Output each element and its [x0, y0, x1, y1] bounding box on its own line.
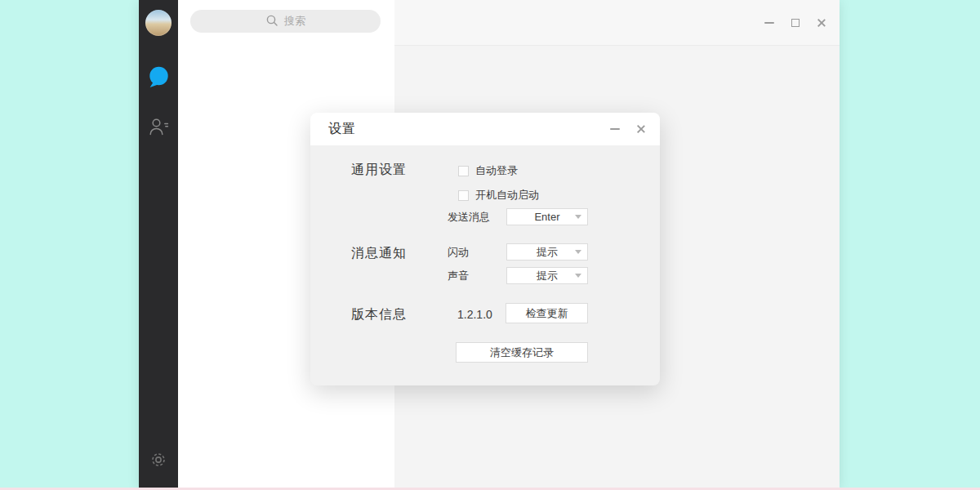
auto-start-checkbox[interactable] — [458, 190, 469, 201]
auto-login-checkbox[interactable] — [458, 166, 469, 176]
version-number: 1.2.1.0 — [457, 308, 492, 321]
minimize-icon — [764, 22, 774, 24]
auto-login-label: 自动登录 — [475, 163, 518, 178]
minimize-icon — [610, 128, 620, 130]
flash-select[interactable]: 提示 — [506, 243, 588, 261]
dialog-close-button[interactable] — [636, 124, 646, 134]
chat-bubble-icon — [146, 65, 171, 93]
send-message-row: 发送消息 Enter — [448, 208, 588, 225]
send-message-value: Enter — [534, 211, 559, 223]
section-general-label: 通用设置 — [351, 162, 407, 179]
desktop-background: 搜索 设置 通用设置 自动登录 开机自 — [0, 0, 980, 490]
search-placeholder: 搜索 — [284, 14, 305, 29]
check-update-button[interactable]: 检查更新 — [506, 303, 588, 323]
maximize-icon — [791, 19, 800, 27]
settings-dialog-titlebar: 设置 — [310, 113, 660, 145]
section-notifications-label: 消息通知 — [351, 245, 407, 262]
sidebar-item-contacts[interactable] — [139, 116, 178, 141]
clear-cache-button[interactable]: 清空缓存记录 — [456, 342, 588, 363]
contacts-icon — [148, 116, 170, 141]
user-avatar[interactable] — [145, 10, 172, 36]
sidebar-item-settings[interactable] — [139, 451, 178, 472]
flash-label: 闪动 — [448, 245, 490, 260]
gear-icon — [149, 451, 167, 472]
maximize-button[interactable] — [791, 18, 800, 28]
auto-login-checkbox-row[interactable]: 自动登录 — [458, 163, 518, 178]
section-version-label: 版本信息 — [351, 306, 407, 323]
sidebar-item-chats[interactable] — [139, 65, 178, 93]
search-input[interactable]: 搜索 — [190, 10, 381, 33]
auto-start-label: 开机自动启动 — [475, 188, 539, 203]
sound-row: 声音 提示 — [448, 267, 588, 284]
close-icon — [817, 18, 826, 28]
chevron-down-icon — [575, 215, 581, 219]
chevron-down-icon — [575, 274, 581, 278]
flash-value: 提示 — [537, 245, 558, 260]
sound-select[interactable]: 提示 — [506, 267, 588, 284]
chevron-down-icon — [575, 250, 581, 254]
dialog-controls — [610, 113, 646, 145]
search-icon — [265, 14, 278, 29]
send-message-select[interactable]: Enter — [506, 208, 588, 225]
sound-label: 声音 — [448, 269, 490, 283]
nav-sidebar — [139, 0, 178, 488]
auto-start-checkbox-row[interactable]: 开机自动启动 — [458, 188, 539, 203]
send-message-label: 发送消息 — [448, 210, 490, 225]
close-icon — [636, 124, 646, 134]
close-button[interactable] — [817, 18, 826, 28]
main-header — [394, 0, 840, 46]
flash-row: 闪动 提示 — [448, 243, 588, 261]
sound-value: 提示 — [537, 269, 558, 283]
minimize-button[interactable] — [764, 18, 774, 28]
settings-dialog: 设置 通用设置 自动登录 开机自动启动 发送消息 Enter 消息通知 — [310, 113, 660, 385]
dialog-minimize-button[interactable] — [610, 124, 620, 134]
dialog-title: 设置 — [328, 121, 356, 138]
